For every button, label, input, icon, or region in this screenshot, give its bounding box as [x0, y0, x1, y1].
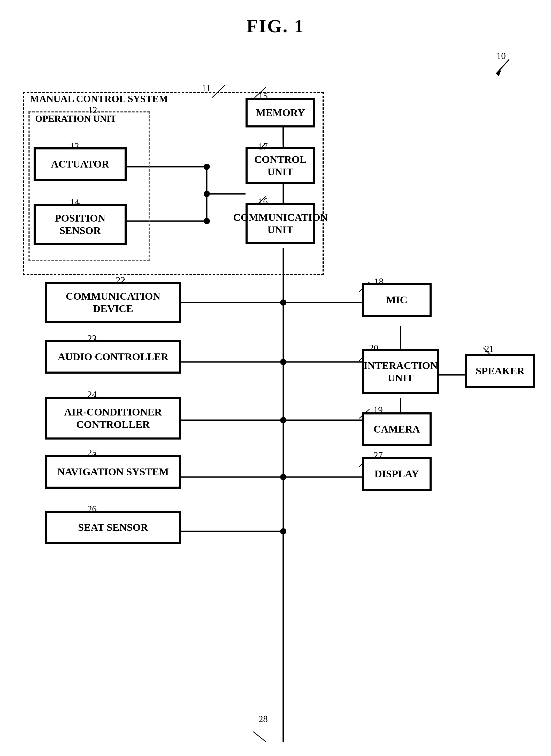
- svg-point-23: [280, 299, 287, 306]
- actuator-label: ACTUATOR: [51, 158, 109, 170]
- comm-device-box: COMMUNICATION DEVICE: [45, 282, 181, 323]
- ref-25: 25: [87, 447, 97, 458]
- speaker-box: SPEAKER: [465, 354, 535, 388]
- actuator-box: ACTUATOR: [34, 147, 127, 181]
- ref-24: 24: [87, 389, 97, 400]
- manual-control-system-label: MANUAL CONTROL SYSTEM: [28, 93, 170, 104]
- comm-unit-box: COMMUNICATION UNIT: [245, 203, 315, 244]
- comm-unit-label: COMMUNICATION UNIT: [233, 211, 328, 236]
- operation-unit-label: OPERATION UNIT: [34, 113, 118, 124]
- position-sensor-label: POSITION SENSOR: [55, 212, 105, 237]
- position-sensor-box: POSITION SENSOR: [34, 204, 127, 245]
- display-label: DISPLAY: [375, 468, 419, 480]
- ref-27: 27: [374, 450, 383, 461]
- ref-12: 12: [88, 105, 97, 115]
- svg-line-38: [253, 732, 266, 742]
- svg-point-32: [280, 474, 287, 480]
- figure-title: FIG. 1: [246, 15, 305, 37]
- seat-sensor-box: SEAT SENSOR: [45, 511, 181, 544]
- ref-15: 15: [258, 90, 268, 101]
- svg-point-26: [280, 359, 287, 365]
- interaction-unit-label: INTERACTION UNIT: [364, 359, 438, 384]
- ref-18: 18: [374, 276, 384, 287]
- ref-19: 19: [374, 405, 383, 415]
- memory-box: MEMORY: [245, 98, 315, 127]
- interaction-unit-box: INTERACTION UNIT: [362, 349, 439, 394]
- svg-marker-1: [496, 70, 501, 76]
- audio-controller-box: AUDIO CONTROLLER: [45, 340, 181, 374]
- ref-16: 16: [258, 196, 268, 207]
- ref-22: 22: [116, 275, 125, 286]
- ref-13: 13: [70, 141, 79, 152]
- ref-28: 28: [258, 714, 268, 724]
- mic-box: MIC: [362, 283, 432, 317]
- comm-device-label: COMMUNICATION DEVICE: [66, 290, 160, 315]
- ref-20: 20: [369, 343, 378, 353]
- svg-line-0: [496, 59, 509, 74]
- speaker-label: SPEAKER: [476, 365, 525, 377]
- audio-controller-label: AUDIO CONTROLLER: [58, 351, 168, 363]
- seat-sensor-label: SEAT SENSOR: [78, 521, 148, 534]
- svg-point-29: [280, 417, 287, 423]
- memory-label: MEMORY: [256, 106, 305, 119]
- display-box: DISPLAY: [362, 457, 432, 491]
- camera-label: CAMERA: [374, 423, 420, 435]
- ref-26: 26: [87, 504, 97, 514]
- air-conditioner-box: AIR-CONDITIONER CONTROLLER: [45, 397, 181, 439]
- svg-point-36: [280, 528, 287, 534]
- ref-14: 14: [70, 197, 79, 208]
- camera-box: CAMERA: [362, 412, 432, 446]
- diagram: FIG. 1 10: [0, 0, 551, 756]
- navigation-label: NAVIGATION SYSTEM: [57, 466, 169, 478]
- control-unit-box: CONTROL UNIT: [245, 147, 315, 184]
- control-unit-label: CONTROL UNIT: [254, 153, 307, 178]
- ref-21: 21: [485, 343, 494, 354]
- ref-11: 11: [201, 83, 211, 94]
- ref-17: 17: [258, 141, 268, 152]
- mic-label: MIC: [386, 294, 407, 306]
- navigation-box: NAVIGATION SYSTEM: [45, 455, 181, 489]
- ref-10: 10: [497, 50, 506, 61]
- ref-23: 23: [87, 333, 97, 344]
- air-conditioner-label: AIR-CONDITIONER CONTROLLER: [64, 406, 162, 431]
